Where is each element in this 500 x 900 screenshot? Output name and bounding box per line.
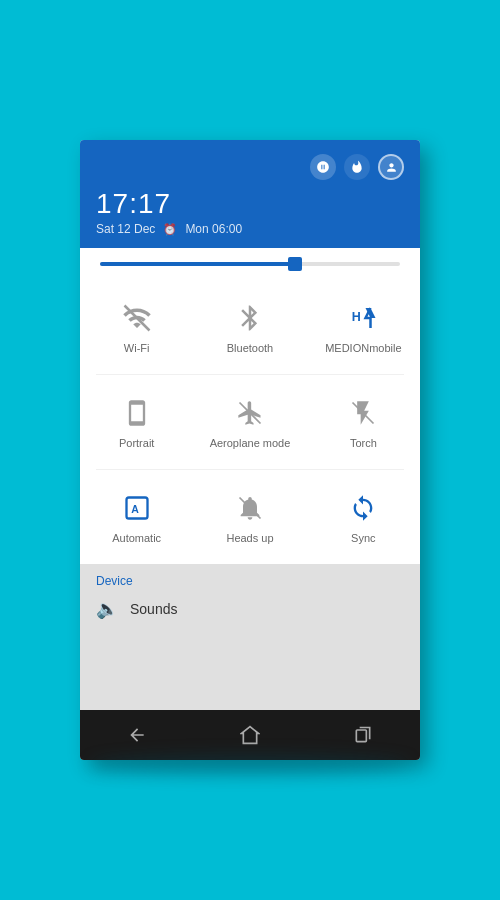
medion-icon: H [345, 300, 381, 336]
bluetooth-label: Bluetooth [227, 342, 273, 354]
alarm-icon: ⏰ [163, 223, 177, 236]
headsup-icon [232, 490, 268, 526]
portrait-label: Portrait [119, 437, 154, 449]
bluetooth-icon [232, 300, 268, 336]
sounds-label: Sounds [130, 601, 177, 617]
clock-time: 17:17 [96, 188, 404, 220]
toggles-grid-row2: Portrait Aeroplane mode [80, 375, 420, 469]
phone-shadow [90, 755, 410, 775]
home-button[interactable] [220, 710, 280, 760]
toggles-grid-row1: Wi-Fi Bluetooth H [80, 280, 420, 374]
automatic-icon: A [119, 490, 155, 526]
svg-marker-8 [242, 727, 259, 744]
headsup-label: Heads up [226, 532, 273, 544]
svg-text:H: H [352, 310, 361, 324]
toggle-torch[interactable]: Torch [307, 383, 420, 461]
svg-rect-9 [357, 730, 367, 742]
fire-icon[interactable] [344, 154, 370, 180]
sounds-row[interactable]: 🔈 Sounds [96, 588, 404, 630]
brightness-thumb [288, 257, 302, 271]
brightness-row[interactable] [80, 248, 420, 280]
torch-label: Torch [350, 437, 377, 449]
toggles-grid-row3: A Automatic Heads up [80, 470, 420, 564]
brightness-slider[interactable] [100, 262, 400, 266]
toggle-bluetooth[interactable]: Bluetooth [193, 288, 306, 366]
back-button[interactable] [107, 710, 167, 760]
torch-icon [345, 395, 381, 431]
bottom-nav [80, 710, 420, 760]
sounds-icon: 🔈 [96, 598, 118, 620]
brightness-fill [100, 262, 295, 266]
alarm-time: Mon 06:00 [185, 222, 242, 236]
toggle-wifi[interactable]: Wi-Fi [80, 288, 193, 366]
sync-icon [345, 490, 381, 526]
automatic-label: Automatic [112, 532, 161, 544]
toggle-headsup[interactable]: Heads up [193, 478, 306, 556]
svg-text:A: A [131, 503, 139, 515]
person-icon[interactable] [378, 154, 404, 180]
toggle-portrait[interactable]: Portrait [80, 383, 193, 461]
settings-icon[interactable] [310, 154, 336, 180]
wifi-label: Wi-Fi [124, 342, 150, 354]
toggle-automatic[interactable]: A Automatic [80, 478, 193, 556]
wifi-icon [119, 300, 155, 336]
medion-label: MEDIONmobile [325, 342, 401, 354]
status-icons [96, 154, 404, 180]
toggle-medion[interactable]: H MEDIONmobile [307, 288, 420, 366]
sync-label: Sync [351, 532, 375, 544]
toggle-aeroplane[interactable]: Aeroplane mode [193, 383, 306, 461]
aeroplane-icon [232, 395, 268, 431]
status-bar: 17:17 Sat 12 Dec ⏰ Mon 06:00 [80, 140, 420, 248]
phone-screen: 17:17 Sat 12 Dec ⏰ Mon 06:00 [80, 140, 420, 760]
quick-settings-panel: Wi-Fi Bluetooth H [80, 248, 420, 564]
date-text: Sat 12 Dec [96, 222, 155, 236]
device-section-label: Device [96, 574, 404, 588]
aeroplane-label: Aeroplane mode [210, 437, 291, 449]
portrait-icon [119, 395, 155, 431]
date-alarm-row: Sat 12 Dec ⏰ Mon 06:00 [96, 222, 404, 236]
device-section: Device 🔈 Sounds [80, 564, 420, 636]
toggle-sync[interactable]: Sync [307, 478, 420, 556]
recent-button[interactable] [333, 710, 393, 760]
